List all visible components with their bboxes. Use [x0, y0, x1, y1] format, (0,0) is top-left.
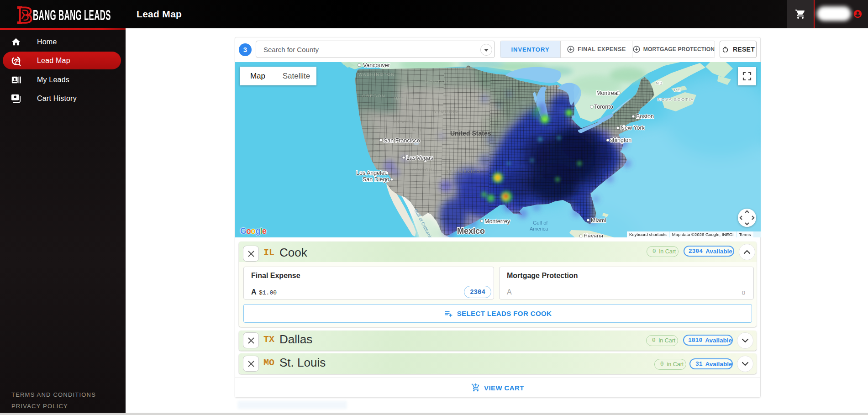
svg-text:ARIZONA: ARIZONA: [412, 167, 437, 172]
svg-text:New York: New York: [621, 125, 645, 131]
svg-text:Montreal: Montreal: [596, 90, 619, 96]
svg-text:Havana: Havana: [584, 233, 603, 237]
svg-text:PE: PE: [674, 87, 681, 92]
svg-text:Las Vegas: Las Vegas: [406, 155, 433, 161]
svg-text:U T A H: U T A H: [402, 127, 422, 132]
svg-text:NEVADA: NEVADA: [394, 119, 416, 124]
svg-text:Toronto: Toronto: [594, 104, 613, 110]
svg-text:OREGON: OREGON: [362, 93, 385, 98]
svg-text:America: America: [530, 226, 548, 231]
svg-text:Gulf of: Gulf of: [533, 220, 548, 226]
svg-text:shington: shington: [610, 137, 631, 143]
svg-text:Miami: Miami: [591, 217, 606, 224]
svg-text:NB: NB: [656, 80, 663, 85]
svg-text:Mexico: Mexico: [457, 226, 485, 236]
svg-text:San Francisco: San Francisco: [384, 137, 420, 144]
svg-text:Monterrey: Monterrey: [484, 218, 510, 225]
svg-text:San Diego: San Diego: [363, 176, 389, 183]
svg-text:United States: United States: [450, 130, 491, 137]
svg-text:MONTANA: MONTANA: [425, 79, 451, 84]
svg-text:NOVA SCOTIA: NOVA SCOTIA: [658, 97, 694, 102]
svg-text:NEW MEXICO: NEW MEXICO: [445, 169, 480, 174]
svg-text:WYOMING: WYOMING: [432, 109, 459, 114]
svg-text:Boston: Boston: [636, 113, 654, 120]
svg-text:IDAHO: IDAHO: [394, 95, 411, 100]
svg-text:Vancouver: Vancouver: [363, 62, 390, 68]
svg-text:WASHINGTON: WASHINGTON: [358, 72, 395, 77]
